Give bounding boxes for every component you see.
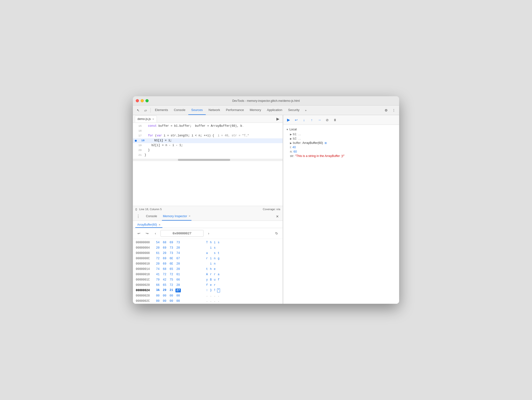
- scope-section-local: ▼ Local ▶ b1: … ▶ b2: … ▶: [283, 127, 399, 158]
- undo-button[interactable]: ↩: [136, 230, 142, 237]
- status-position: Line 18, Column 5: [139, 208, 162, 211]
- file-tab-label: demo-js.js: [137, 117, 151, 121]
- code-line-20: 20 }: [133, 148, 283, 153]
- file-tab-demo-js[interactable]: demo-js.js ✕: [135, 116, 157, 122]
- left-panel: demo-js.js ✕ ▶ 15 const buffer = b1.buff…: [133, 115, 283, 304]
- scrollbar-thumb-h[interactable]: [178, 159, 230, 161]
- code-line-19: 19 b2[i] = n - i - 1;: [133, 143, 283, 148]
- scope-item-str: str: "This is a string in the ArrayBuffe…: [286, 154, 396, 158]
- horizontal-scrollbar[interactable]: [133, 159, 283, 161]
- tab-security[interactable]: Security: [285, 105, 302, 115]
- traffic-lights: [136, 99, 149, 102]
- devtools-window: DevTools - memory-inspector.glitch.me/de…: [133, 96, 399, 304]
- panel-menu-icon[interactable]: ⋮: [135, 214, 141, 219]
- hex-row-1c: 0000001C 79 42 75 66 y B: [133, 277, 283, 282]
- prev-address-button[interactable]: ‹: [152, 230, 159, 237]
- hex-row-28: 00000028 00 00 00 00 . .: [133, 293, 283, 298]
- toolbar-divider: [150, 108, 151, 113]
- hex-row-14: 00000014 74 68 65 20 t h: [133, 267, 283, 272]
- memory-inspector: ArrayBuffer(60) ✕ ↩ ↪ ‹ ›: [133, 221, 283, 304]
- file-tab-bar: demo-js.js ✕ ▶: [133, 115, 283, 123]
- scope-local-label: Local: [289, 128, 297, 131]
- pause-on-exceptions[interactable]: ⏸: [332, 117, 338, 123]
- fullscreen-button[interactable]: [145, 99, 149, 102]
- buffer-tab-label: ArrayBuffer(60): [137, 223, 157, 226]
- cursor-icon[interactable]: ↖: [135, 107, 142, 114]
- hex-row-20: 00000020 66 65 72 20 f e: [133, 282, 283, 288]
- code-line-17: 17 for (var i = str.length; i < n; ++i) …: [133, 133, 283, 138]
- panel-tab-bar: ⋮ Console Memory Inspector ✕ ✕: [133, 212, 283, 221]
- tab-sources[interactable]: Sources: [188, 105, 206, 115]
- right-panel: ▶ ↩ ↓ ↑ → ⊘ ⏸ ▼ Local ▶ b1:: [283, 115, 399, 304]
- refresh-button[interactable]: ↻: [274, 230, 280, 237]
- code-line-21: 21 }: [133, 153, 283, 158]
- minimize-button[interactable]: [141, 99, 144, 102]
- panel-tab-memory-inspector[interactable]: Memory Inspector ✕: [162, 212, 191, 221]
- memory-icon[interactable]: ⊞: [325, 141, 327, 145]
- step-over-button[interactable]: ↩: [293, 117, 300, 123]
- scope-header-local[interactable]: ▼ Local: [286, 127, 396, 132]
- status-bar: {} Line 18, Column 5 Coverage: n/a: [133, 206, 283, 212]
- next-address-button[interactable]: ›: [205, 230, 212, 237]
- hex-data: 00000000 54 68 69 73 T h: [133, 239, 283, 304]
- close-button[interactable]: [136, 99, 139, 102]
- coverage-status: Coverage: n/a: [263, 208, 280, 211]
- scope-item-n: n: 60: [286, 149, 396, 154]
- main-tab-bar: Elements Console Sources Network Perform…: [152, 105, 382, 115]
- tab-performance[interactable]: Performance: [223, 105, 247, 115]
- step-button[interactable]: →: [316, 117, 323, 123]
- scope-item-i: i: 40: [286, 145, 396, 149]
- hex-row-8: 00000008 61 20 73 74 a: [133, 251, 283, 256]
- file-tab-close[interactable]: ✕: [152, 118, 154, 120]
- tab-console[interactable]: Console: [171, 105, 188, 115]
- settings-icon[interactable]: ⚙: [383, 107, 389, 114]
- devtools-toolbar: ↖ ▱ Elements Console Sources Network Per…: [133, 105, 399, 115]
- code-line-18: 18 b1[i] = i;: [133, 138, 283, 143]
- tab-elements[interactable]: Elements: [152, 105, 171, 115]
- title-bar: DevTools - memory-inspector.glitch.me/de…: [133, 96, 399, 105]
- device-toolbar-icon[interactable]: ▱: [142, 107, 149, 114]
- code-editor: 15 const buffer = b1.buffer; buffer = Ar…: [133, 123, 283, 206]
- window-title: DevTools - memory-inspector.glitch.me/de…: [232, 99, 300, 103]
- deactivate-breakpoints[interactable]: ⊘: [324, 117, 331, 123]
- devtools-body: demo-js.js ✕ ▶ 15 const buffer = b1.buff…: [133, 115, 399, 304]
- more-tabs-icon[interactable]: »: [302, 107, 309, 114]
- panel-close-button[interactable]: ✕: [274, 214, 280, 219]
- debugger-toolbar: ▶ ↩ ↓ ↑ → ⊘ ⏸: [283, 115, 399, 125]
- hex-row-c: 0000000C 72 69 6E 67 r i: [133, 256, 283, 261]
- buffer-tab-bar: ArrayBuffer(60) ✕: [133, 221, 283, 228]
- step-into-button[interactable]: ↓: [301, 117, 307, 123]
- hex-row-2c: 0000002C 00 00 00 00 . .: [133, 298, 283, 304]
- hex-toolbar: ↩ ↪ ‹ › ↻: [133, 228, 283, 239]
- scope-item-buffer: ▶ buffer: ArrayBuffer(60) ⊞: [286, 141, 396, 145]
- hex-row-18: 00000018 41 72 72 61 A r: [133, 272, 283, 277]
- toolbar-right: ⚙ ⋮: [383, 107, 397, 114]
- address-input[interactable]: [160, 230, 204, 237]
- redo-button[interactable]: ↪: [144, 230, 150, 237]
- hex-viewer: ↩ ↪ ‹ › ↻ 00000000: [133, 228, 283, 304]
- scope-item-b2: ▶ b2: …: [286, 136, 396, 141]
- memory-inspector-tab-close[interactable]: ✕: [189, 215, 190, 217]
- scope-item-b1: ▶ b1: …: [286, 132, 396, 136]
- code-lines: 15 const buffer = b1.buffer; buffer = Ar…: [133, 123, 283, 159]
- resume-button[interactable]: ▶: [285, 117, 292, 123]
- hex-row-10: 00000010 20 69 6E 20 i: [133, 261, 283, 267]
- hex-row-24: 00000024 3A 29 21 27 : ): [133, 288, 283, 293]
- brackets-icon: {}: [135, 208, 137, 211]
- code-line-15: 15 const buffer = b1.buffer; buffer = Ar…: [133, 124, 283, 129]
- code-line-16: 16: [133, 129, 283, 133]
- hex-row-4: 00000004 20 69 73 20 i: [133, 245, 283, 251]
- memory-main: ↩ ↪ ‹ › ↻ 00000000: [133, 228, 283, 304]
- breakpoint-dot: [135, 140, 137, 142]
- step-out-button[interactable]: ↑: [308, 117, 315, 123]
- panel-tab-console[interactable]: Console: [145, 212, 158, 221]
- hex-row-0: 00000000 54 68 69 73 T h: [133, 240, 283, 245]
- scope-arrow-local: ▼: [286, 128, 289, 131]
- tab-network[interactable]: Network: [206, 105, 223, 115]
- run-snippet-icon[interactable]: ▶: [275, 116, 281, 122]
- tab-application[interactable]: Application: [264, 105, 285, 115]
- buffer-tab-close[interactable]: ✕: [159, 223, 160, 226]
- tab-memory[interactable]: Memory: [247, 105, 264, 115]
- buffer-tab[interactable]: ArrayBuffer(60) ✕: [135, 223, 162, 228]
- more-options-icon[interactable]: ⋮: [390, 107, 397, 114]
